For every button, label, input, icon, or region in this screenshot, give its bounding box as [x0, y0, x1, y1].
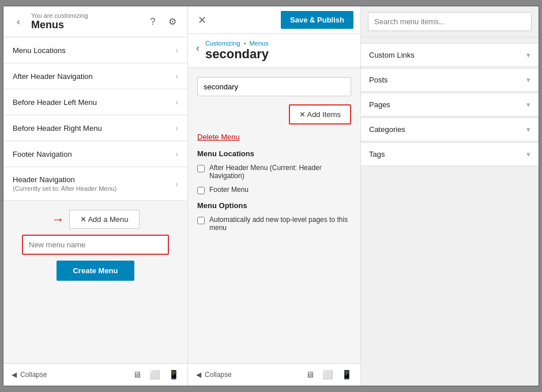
left-footer: ◀ Collapse 🖥 ⬜ 📱	[3, 363, 187, 386]
right-panel: Custom Links ▾ Posts ▾ Pages ▾ Categorie…	[361, 6, 539, 386]
footer-menu-checkbox[interactable]	[197, 187, 205, 194]
accordion-chevron-icon: ▾	[526, 76, 530, 84]
after-header-checkbox-row: After Header Menu (Current: Header Navig…	[197, 164, 351, 180]
close-icon: ✕	[198, 14, 206, 27]
before-header-left-label: Before Header Left Menu	[13, 98, 97, 107]
back-button[interactable]: ‹	[12, 15, 25, 29]
mid-monitor-icon[interactable]: 🖥	[306, 370, 314, 380]
breadcrumb: Customizing • Menus	[205, 40, 269, 47]
posts-accordion: Posts ▾	[361, 68, 539, 92]
tablet-icon[interactable]: ⬜	[149, 370, 160, 380]
menu-options-title: Menu Options	[197, 201, 351, 210]
auto-add-pages-label: Automatically add new top-level pages to…	[209, 216, 351, 232]
middle-panel: ✕ Save & Publish ‹ Customizing • Menus s…	[188, 6, 361, 386]
add-menu-label: ✕ Add a Menu	[80, 215, 129, 224]
chevron-right-icon: ›	[175, 179, 178, 189]
accordion-chevron-icon: ▾	[526, 51, 530, 59]
auto-add-pages-checkbox[interactable]	[197, 217, 205, 224]
chevron-right-icon: ›	[175, 149, 178, 159]
breadcrumb-customizing[interactable]: Customizing	[205, 40, 240, 47]
categories-header[interactable]: Categories ▾	[361, 118, 539, 141]
auto-add-pages-checkbox-row: Automatically add new top-level pages to…	[197, 216, 351, 232]
monitor-icon[interactable]: 🖥	[133, 370, 141, 380]
menu-locations-item[interactable]: Menu Locations ›	[3, 37, 187, 63]
footer-menu-checkbox-row: Footer Menu	[197, 186, 351, 194]
mid-top-bar: ✕ Save & Publish	[188, 6, 360, 34]
mid-collapse-button[interactable]: ◀ Collapse	[196, 371, 232, 379]
mid-back-button[interactable]: ‹	[196, 42, 200, 54]
add-menu-section: → ✕ Add a Menu Create Menu	[3, 201, 187, 290]
search-bar	[361, 6, 539, 37]
collapse-label: Collapse	[20, 371, 47, 379]
mid-panel-title: secondary	[205, 47, 269, 62]
new-menu-name-input[interactable]	[22, 235, 169, 255]
accordion-chevron-icon: ▾	[526, 100, 530, 109]
accordion-chevron-icon: ▾	[526, 125, 530, 134]
left-menu-list: Menu Locations › After Header Navigation…	[3, 37, 187, 363]
collapse-button[interactable]: ◀ Collapse	[12, 371, 47, 379]
add-menu-button[interactable]: ✕ Add a Menu	[69, 210, 140, 229]
footer-nav-item[interactable]: Footer Navigation ›	[3, 141, 187, 167]
after-header-nav-item[interactable]: After Header Navigation ›	[3, 63, 187, 89]
create-menu-button[interactable]: Create Menu	[57, 261, 134, 281]
custom-links-accordion: Custom Links ▾	[361, 43, 539, 67]
tags-label: Tags	[369, 150, 385, 159]
add-items-button[interactable]: ✕ Add Items	[289, 104, 351, 125]
mid-tablet-icon[interactable]: ⬜	[322, 370, 333, 380]
chevron-right-icon: ›	[175, 97, 178, 107]
before-header-right-label: Before Header Right Menu	[13, 124, 102, 133]
header-nav-sub: (Currently set to: After Header Menu)	[13, 185, 116, 192]
mid-collapse-label: Collapse	[205, 371, 232, 379]
mid-collapse-left-icon: ◀	[196, 371, 201, 379]
mid-footer: ◀ Collapse 🖥 ⬜ 📱	[188, 363, 360, 386]
close-button[interactable]: ✕	[195, 13, 209, 27]
menu-locations-label: Menu Locations	[13, 46, 66, 55]
red-arrow-icon: →	[52, 212, 65, 227]
menu-name-input[interactable]	[197, 77, 351, 96]
after-header-nav-label: After Header Navigation	[13, 72, 93, 81]
before-header-right-item[interactable]: Before Header Right Menu ›	[3, 115, 187, 141]
categories-accordion: Categories ▾	[361, 118, 539, 141]
chevron-right-icon: ›	[175, 71, 178, 81]
help-icon[interactable]: ?	[146, 15, 160, 29]
collapse-left-icon: ◀	[12, 371, 17, 379]
customizing-label: You are customizing	[31, 12, 140, 19]
search-input[interactable]	[368, 12, 532, 31]
chevron-right-icon: ›	[175, 123, 178, 133]
tags-accordion: Tags ▾	[361, 142, 539, 166]
after-header-checkbox-label: After Header Menu (Current: Header Navig…	[209, 164, 351, 180]
menu-locations-title: Menu Locations	[197, 149, 351, 158]
mobile-icon[interactable]: 📱	[168, 370, 179, 380]
accordion-list: Custom Links ▾ Posts ▾ Pages ▾ Categorie…	[361, 37, 539, 386]
pages-accordion: Pages ▾	[361, 93, 539, 116]
save-publish-button[interactable]: Save & Publish	[281, 11, 353, 29]
footer-nav-label: Footer Navigation	[13, 150, 72, 159]
header-nav-label: Header Navigation	[13, 175, 116, 184]
custom-links-label: Custom Links	[369, 51, 415, 59]
gear-icon[interactable]: ⚙	[165, 15, 179, 29]
tags-header[interactable]: Tags ▾	[361, 143, 539, 165]
left-panel: ‹ You are customizing Menus ? ⚙ Menu Loc…	[3, 6, 188, 386]
categories-label: Categories	[369, 125, 405, 134]
accordion-chevron-icon: ▾	[526, 150, 530, 159]
panel-title: Menus	[31, 19, 140, 31]
save-publish-label: Save & Publish	[290, 16, 344, 24]
mid-content: ✕ Add Items Delete Menu Menu Locations A…	[188, 68, 360, 363]
after-header-checkbox[interactable]	[197, 165, 205, 172]
breadcrumb-menus[interactable]: Menus	[250, 40, 269, 47]
mid-mobile-icon[interactable]: 📱	[341, 370, 352, 380]
header-nav-item[interactable]: Header Navigation (Currently set to: Aft…	[3, 167, 187, 201]
add-items-label: ✕ Add Items	[299, 110, 341, 119]
posts-header[interactable]: Posts ▾	[361, 69, 539, 91]
chevron-right-icon: ›	[175, 46, 178, 55]
posts-label: Posts	[369, 76, 388, 84]
footer-menu-checkbox-label: Footer Menu	[209, 186, 249, 194]
pages-label: Pages	[369, 100, 390, 109]
before-header-left-item[interactable]: Before Header Left Menu ›	[3, 89, 187, 115]
mid-header: ‹ Customizing • Menus secondary	[188, 34, 360, 68]
left-header: ‹ You are customizing Menus ? ⚙	[3, 6, 187, 37]
create-menu-label: Create Menu	[73, 266, 118, 275]
delete-menu-link[interactable]: Delete Menu	[197, 133, 351, 141]
pages-header[interactable]: Pages ▾	[361, 93, 539, 116]
custom-links-header[interactable]: Custom Links ▾	[361, 44, 539, 66]
